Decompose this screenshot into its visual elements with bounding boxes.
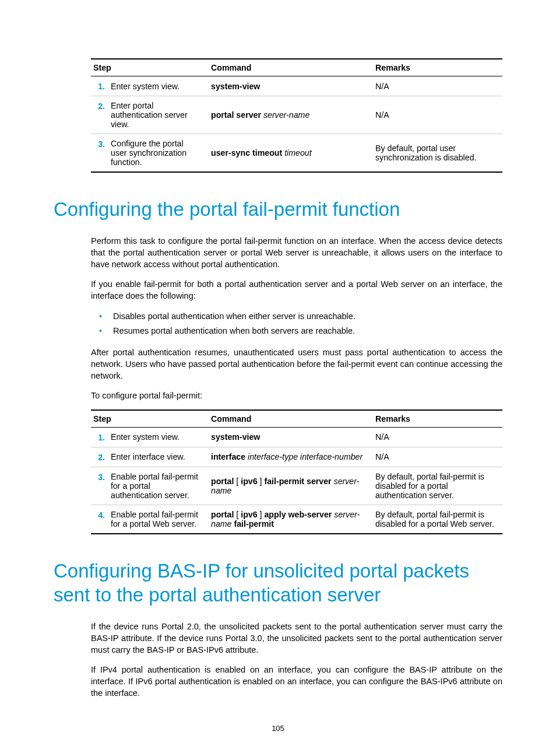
- paragraph: If you enable fail-permit for both a por…: [91, 278, 502, 302]
- table-row: 2.Enter portal authentication server vie…: [91, 96, 502, 134]
- step-command: interface interface-type interface-numbe…: [209, 447, 373, 467]
- step-number: 2.: [91, 447, 108, 467]
- step-remarks: N/A: [373, 447, 502, 467]
- paragraph: If the device runs Portal 2.0, the unsol…: [91, 621, 502, 656]
- col-command: Command: [209, 410, 373, 428]
- list-item: Disables portal authentication when eith…: [113, 310, 502, 323]
- step-description: Enter system view.: [108, 427, 209, 447]
- step-command: user-sync timeout timeout: [209, 134, 373, 173]
- page-number: 105: [0, 724, 556, 733]
- table-row: 4.Enable portal fail-permit for a portal…: [91, 505, 502, 534]
- step-description: Configure the portal user synchronizatio…: [108, 134, 209, 173]
- table-row: 3.Enable portal fail-permit for a portal…: [91, 467, 502, 505]
- step-remarks: By default, portal fail-permit is disabl…: [373, 467, 502, 505]
- paragraph: If IPv4 portal authentication is enabled…: [91, 664, 502, 699]
- col-command: Command: [209, 59, 373, 76]
- table-row: 1.Enter system view.system-viewN/A: [91, 76, 502, 96]
- section-heading-fail-permit: Configuring the portal fail-permit funct…: [54, 197, 502, 221]
- section-heading-bas-ip: Configuring BAS-IP for unsolicited porta…: [54, 559, 502, 607]
- step-description: Enter system view.: [108, 76, 209, 96]
- step-remarks: N/A: [373, 76, 502, 96]
- col-remarks: Remarks: [373, 410, 502, 428]
- steps-table-fail-permit: Step Command Remarks 1.Enter system view…: [91, 410, 502, 534]
- step-command: portal [ ipv6 ] fail-permit server serve…: [209, 467, 373, 505]
- step-command: portal server server-name: [209, 96, 373, 134]
- col-step: Step: [91, 410, 209, 428]
- step-number: 4.: [91, 505, 108, 534]
- paragraph: To configure portal fail-permit:: [91, 390, 502, 401]
- paragraph: After portal authentication resumes, una…: [91, 346, 502, 382]
- bullet-list: Disables portal authentication when eith…: [91, 310, 502, 338]
- step-number: 2.: [91, 96, 108, 134]
- step-remarks: By default, portal fail-permit is disabl…: [373, 505, 502, 534]
- list-item: Resumes portal authentication when both …: [113, 324, 502, 338]
- step-number: 3.: [91, 134, 108, 173]
- steps-table-user-sync: Step Command Remarks 1.Enter system view…: [91, 58, 502, 173]
- step-number: 1.: [91, 76, 108, 96]
- col-remarks: Remarks: [373, 59, 502, 76]
- step-number: 1.: [91, 427, 108, 447]
- step-command: system-view: [209, 427, 373, 447]
- step-remarks: By default, portal user synchronization …: [373, 134, 502, 173]
- table-row: 1.Enter system view.system-viewN/A: [91, 427, 502, 447]
- step-description: Enable portal fail-permit for a portal a…: [108, 467, 209, 505]
- step-remarks: N/A: [373, 427, 502, 447]
- step-description: Enter portal authentication server view.: [108, 96, 209, 134]
- col-step: Step: [91, 59, 209, 76]
- step-remarks: N/A: [373, 96, 502, 134]
- table-row: 3.Configure the portal user synchronizat…: [91, 134, 502, 173]
- paragraph: Perform this task to configure the porta…: [91, 235, 502, 270]
- step-number: 3.: [91, 467, 108, 505]
- step-description: Enter interface view.: [108, 447, 209, 467]
- step-description: Enable portal fail-permit for a portal W…: [108, 505, 209, 534]
- step-command: portal [ ipv6 ] apply web-server server-…: [209, 505, 373, 534]
- step-command: system-view: [209, 76, 373, 96]
- table-row: 2.Enter interface view.interface interfa…: [91, 447, 502, 467]
